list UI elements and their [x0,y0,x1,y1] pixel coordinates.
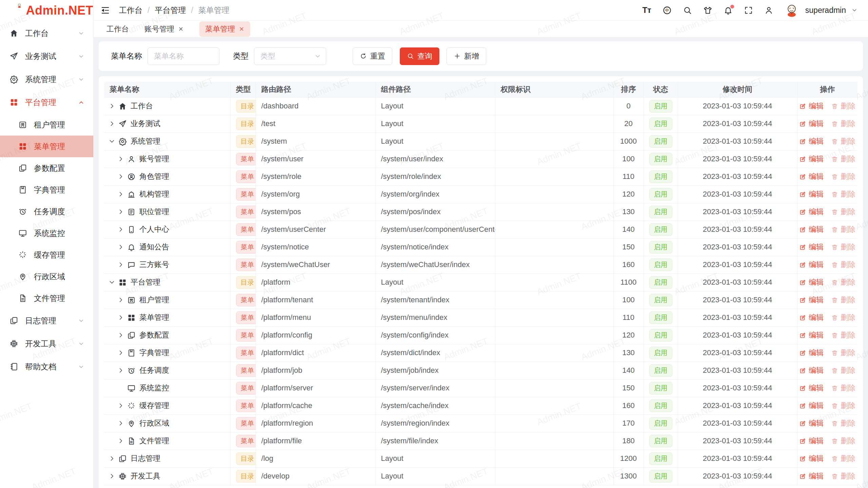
delete-button[interactable]: 删除 [831,436,855,446]
expand-collapse-icon[interactable] [108,138,116,145]
expand-arrow-icon[interactable] [117,349,124,357]
expand-arrow-icon[interactable] [117,331,124,339]
delete-button[interactable]: 删除 [831,365,855,375]
sidebar-subitem-1[interactable]: 菜单管理 [0,136,93,157]
query-button[interactable]: 查询 [400,47,439,65]
sidebar-subitem-8[interactable]: 文件管理 [0,287,93,309]
sidebar-item-4[interactable]: 日志管理 [0,309,93,332]
sidebar-item-5[interactable]: 开发工具 [0,332,93,355]
delete-button[interactable]: 删除 [831,312,855,323]
expand-arrow-icon[interactable] [117,296,124,304]
expand-arrow-icon[interactable] [117,155,124,163]
delete-button[interactable]: 删除 [831,453,855,464]
delete-button[interactable]: 删除 [831,330,855,340]
tab-2[interactable]: 菜单管理 [199,21,250,37]
expand-arrow-icon[interactable] [117,190,124,198]
edit-button[interactable]: 编辑 [799,136,824,146]
delete-button[interactable]: 删除 [831,242,855,252]
delete-button[interactable]: 删除 [831,224,855,235]
sidebar-subitem-0[interactable]: 租户管理 [0,114,93,136]
edit-button[interactable]: 编辑 [799,242,824,252]
sidebar-item-6[interactable]: 帮助文档 [0,355,93,378]
expand-arrow-icon[interactable] [117,437,124,445]
edit-button[interactable]: 编辑 [799,418,824,428]
edit-button[interactable]: 编辑 [799,348,824,358]
edit-button[interactable]: 编辑 [799,453,824,464]
sidebar-subitem-6[interactable]: 缓存管理 [0,244,93,266]
delete-button[interactable]: 删除 [831,260,855,270]
menu-name-input[interactable] [147,47,219,65]
expand-arrow-icon[interactable] [117,261,124,268]
edit-button[interactable]: 编辑 [799,277,824,287]
sidebar-item-3[interactable]: 平台管理 [0,91,93,114]
delete-button[interactable]: 删除 [831,207,855,217]
sidebar-item-0[interactable]: 工作台 [0,22,93,45]
edit-button[interactable]: 编辑 [799,401,824,411]
language-icon[interactable]: 中 [663,6,672,15]
delete-button[interactable]: 删除 [831,295,855,305]
search-icon[interactable] [683,6,692,15]
delete-button[interactable]: 删除 [831,136,855,146]
menu-fold-icon[interactable] [100,5,110,15]
edit-button[interactable]: 编辑 [799,365,824,375]
reset-button[interactable]: 重置 [353,47,392,65]
expand-arrow-icon[interactable] [108,102,116,110]
delete-button[interactable]: 删除 [831,154,855,164]
theme-icon[interactable] [703,6,712,15]
tab-0[interactable]: 工作台 [106,24,129,34]
edit-button[interactable]: 编辑 [799,171,824,182]
brand[interactable]: Admin.NET [0,0,93,21]
user-menu-caret-icon[interactable] [851,7,858,14]
edit-button[interactable]: 编辑 [799,471,824,481]
edit-button[interactable]: 编辑 [799,260,824,270]
edit-button[interactable]: 编辑 [799,383,824,393]
notification-bell-icon[interactable] [724,6,733,15]
expand-arrow-icon[interactable] [117,402,124,409]
edit-button[interactable]: 编辑 [799,295,824,305]
avatar[interactable] [785,3,799,17]
delete-button[interactable]: 删除 [831,119,855,129]
sidebar-item-2[interactable]: 系统管理 [0,68,93,91]
delete-button[interactable]: 删除 [831,383,855,393]
delete-button[interactable]: 删除 [831,189,855,199]
expand-arrow-icon[interactable] [117,208,124,216]
delete-button[interactable]: 删除 [831,277,855,287]
expand-arrow-icon[interactable] [117,173,124,180]
close-icon[interactable] [178,26,184,32]
delete-button[interactable]: 删除 [831,171,855,182]
profile-icon[interactable] [764,6,773,15]
sidebar-subitem-3[interactable]: 字典管理 [0,179,93,201]
edit-button[interactable]: 编辑 [799,207,824,217]
expand-arrow-icon[interactable] [117,314,124,321]
close-icon[interactable] [239,26,244,32]
delete-button[interactable]: 删除 [831,401,855,411]
edit-button[interactable]: 编辑 [799,154,824,164]
tab-1[interactable]: 账号管理 [144,24,184,34]
edit-button[interactable]: 编辑 [799,101,824,111]
expand-arrow-icon[interactable] [108,472,116,480]
font-size-tool[interactable]: Tт [642,6,651,15]
edit-button[interactable]: 编辑 [799,224,824,235]
expand-arrow-icon[interactable] [108,455,116,462]
expand-arrow-icon[interactable] [117,243,124,251]
sidebar-subitem-7[interactable]: 行政区域 [0,266,93,287]
edit-button[interactable]: 编辑 [799,119,824,129]
fullscreen-icon[interactable] [744,6,753,15]
delete-button[interactable]: 删除 [831,101,855,111]
type-select[interactable]: 类型 [254,47,326,65]
expand-arrow-icon[interactable] [108,120,116,127]
add-button[interactable]: 新增 [447,47,486,65]
breadcrumb-item[interactable]: 平台管理 [155,5,186,16]
sidebar-subitem-5[interactable]: 系统监控 [0,222,93,244]
username[interactable]: superadmin [805,6,846,15]
delete-button[interactable]: 删除 [831,471,855,481]
edit-button[interactable]: 编辑 [799,436,824,446]
delete-button[interactable]: 删除 [831,348,855,358]
sidebar-subitem-4[interactable]: 任务调度 [0,201,93,222]
expand-collapse-icon[interactable] [108,279,116,286]
sidebar-item-1[interactable]: 业务测试 [0,45,93,68]
expand-arrow-icon[interactable] [117,367,124,374]
expand-arrow-icon[interactable] [117,420,124,427]
delete-button[interactable]: 删除 [831,418,855,428]
sidebar-subitem-2[interactable]: 参数配置 [0,157,93,179]
